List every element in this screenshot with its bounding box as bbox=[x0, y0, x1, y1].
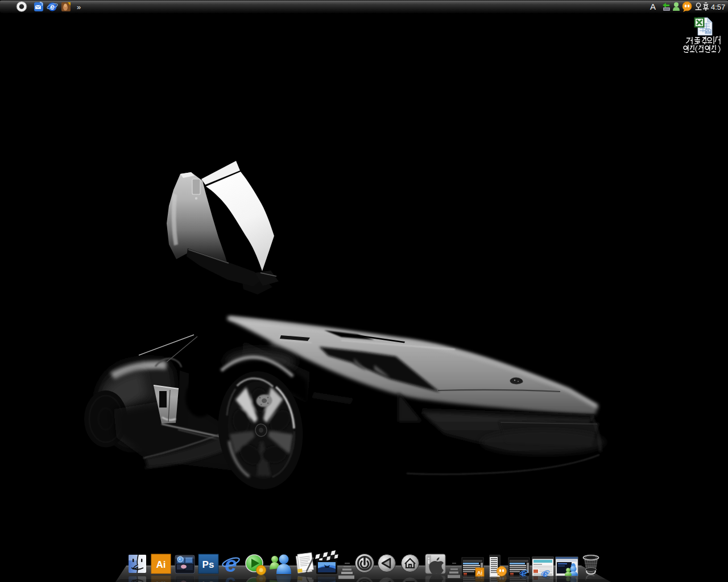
svg-text:Ai: Ai bbox=[156, 559, 166, 570]
svg-text:A: A bbox=[650, 2, 656, 11]
svg-text:»: » bbox=[77, 3, 81, 11]
svg-text:Ps: Ps bbox=[202, 559, 214, 570]
svg-text:4:57: 4:57 bbox=[711, 3, 725, 11]
svg-text:e: e bbox=[225, 552, 237, 576]
